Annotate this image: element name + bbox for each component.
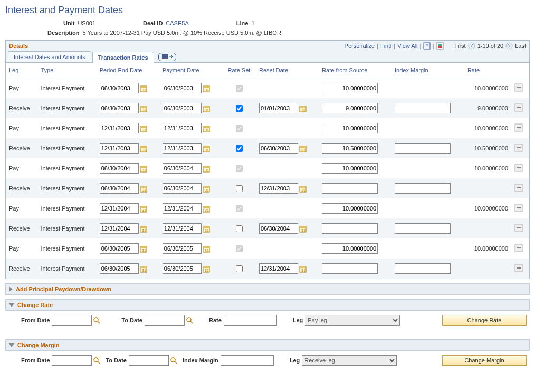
add-principal-section[interactable]: Add Principal Paydown/Drawdown	[5, 283, 530, 295]
from-source-input[interactable]	[322, 183, 378, 194]
calendar-icon[interactable]: 31	[299, 225, 307, 233]
reset-input[interactable]	[259, 263, 298, 274]
lookup-icon[interactable]	[93, 317, 100, 324]
lookup-icon[interactable]	[186, 317, 193, 324]
tab-interest-dates[interactable]: Interest Dates and Amounts	[8, 51, 91, 62]
col-margin[interactable]: Index Margin	[391, 63, 464, 78]
payment-input[interactable]	[163, 243, 202, 254]
change-margin-button[interactable]: Change Margin	[442, 355, 527, 366]
reset-input[interactable]	[259, 143, 298, 154]
calendar-icon[interactable]: 31	[203, 205, 210, 213]
period-end-input[interactable]	[100, 183, 139, 194]
payment-input[interactable]	[163, 83, 202, 93]
lookup-icon[interactable]	[170, 357, 177, 364]
calendar-icon[interactable]: 31	[203, 245, 210, 253]
calendar-icon[interactable]: 31	[203, 165, 210, 173]
reset-input[interactable]	[259, 223, 298, 234]
period-end-input[interactable]	[100, 243, 139, 254]
last-link[interactable]: Last	[515, 43, 526, 49]
delete-row-icon[interactable]	[514, 83, 523, 92]
calendar-icon[interactable]: 31	[299, 105, 307, 112]
margin-input[interactable]	[395, 263, 451, 274]
collapse-icon[interactable]	[9, 343, 14, 347]
period-end-input[interactable]	[100, 83, 139, 93]
from-source-input[interactable]	[322, 203, 378, 214]
calendar-icon[interactable]: 31	[140, 245, 147, 253]
col-type[interactable]: Type	[37, 63, 96, 78]
from-source-input[interactable]	[322, 223, 378, 234]
calendar-icon[interactable]: 31	[140, 165, 147, 173]
from-source-input[interactable]	[322, 83, 378, 93]
calendar-icon[interactable]: 31	[203, 265, 210, 273]
from-source-input[interactable]	[322, 143, 378, 154]
delete-row-icon[interactable]	[514, 103, 523, 112]
margin-input[interactable]	[395, 143, 451, 154]
find-link[interactable]: Find	[380, 43, 391, 49]
from-source-input[interactable]	[322, 103, 378, 113]
calendar-icon[interactable]: 31	[140, 105, 147, 112]
calendar-icon[interactable]: 31	[299, 265, 307, 273]
delete-row-icon[interactable]	[514, 224, 523, 232]
calendar-icon[interactable]: 31	[140, 265, 147, 273]
payment-input[interactable]	[163, 203, 202, 214]
calendar-icon[interactable]: 31	[140, 125, 147, 132]
payment-input[interactable]	[163, 163, 202, 174]
col-payment[interactable]: Payment Date	[159, 63, 222, 78]
margin-input[interactable]	[395, 183, 451, 194]
zoom-icon[interactable]	[423, 42, 431, 50]
from-source-input[interactable]	[322, 163, 378, 174]
calendar-icon[interactable]: 31	[203, 105, 210, 112]
payment-input[interactable]	[163, 183, 202, 194]
calendar-icon[interactable]: 31	[203, 125, 210, 132]
cm-margin-input[interactable]	[221, 355, 274, 366]
download-icon[interactable]	[436, 42, 444, 50]
rate-set-checkbox[interactable]	[236, 105, 243, 112]
payment-input[interactable]	[163, 143, 202, 154]
deal-link[interactable]: CASE5A	[166, 20, 188, 26]
delete-row-icon[interactable]	[514, 144, 523, 152]
delete-row-icon[interactable]	[514, 164, 523, 172]
reset-input[interactable]	[259, 183, 298, 194]
col-period-end[interactable]: Period End Date	[97, 63, 159, 78]
period-end-input[interactable]	[100, 103, 139, 113]
expand-icon[interactable]	[9, 286, 13, 292]
first-link[interactable]: First	[454, 43, 465, 49]
view-all-link[interactable]: View All	[397, 43, 417, 49]
calendar-icon[interactable]: 31	[140, 185, 147, 193]
delete-row-icon[interactable]	[514, 244, 523, 252]
col-reset[interactable]: Reset Date	[256, 63, 319, 78]
change-margin-section[interactable]: Change Margin	[5, 339, 530, 351]
cm-leg-select[interactable]: Receive leg	[302, 355, 397, 366]
payment-input[interactable]	[163, 123, 202, 133]
tab-transaction-rates[interactable]: Transaction Rates	[92, 52, 154, 63]
calendar-icon[interactable]: 31	[140, 225, 147, 233]
cr-leg-select[interactable]: Pay leg	[305, 315, 400, 326]
delete-row-icon[interactable]	[514, 123, 523, 132]
period-end-input[interactable]	[100, 123, 139, 133]
from-source-input[interactable]	[322, 243, 378, 254]
prev-icon[interactable]	[468, 42, 475, 50]
period-end-input[interactable]	[100, 203, 139, 214]
period-end-input[interactable]	[100, 263, 139, 274]
col-rate[interactable]: Rate	[464, 63, 511, 78]
col-leg[interactable]: Leg	[6, 63, 37, 78]
payment-input[interactable]	[163, 223, 202, 234]
calendar-icon[interactable]: 31	[140, 205, 147, 213]
cm-from-input[interactable]	[52, 355, 92, 366]
next-icon[interactable]	[505, 42, 513, 50]
change-rate-section[interactable]: Change Rate	[5, 299, 530, 311]
calendar-icon[interactable]: 31	[203, 185, 210, 193]
from-source-input[interactable]	[322, 263, 378, 274]
period-end-input[interactable]	[100, 223, 139, 234]
rate-set-checkbox[interactable]	[236, 145, 243, 152]
delete-row-icon[interactable]	[514, 264, 523, 272]
calendar-icon[interactable]: 31	[203, 85, 210, 92]
calendar-icon[interactable]: 31	[140, 145, 147, 152]
calendar-icon[interactable]: 31	[203, 225, 210, 233]
rate-set-checkbox[interactable]	[236, 265, 243, 272]
personalize-link[interactable]: Personalize	[345, 43, 375, 49]
collapse-icon[interactable]	[9, 303, 14, 307]
delete-row-icon[interactable]	[514, 204, 523, 212]
rate-set-checkbox[interactable]	[236, 185, 243, 192]
delete-row-icon[interactable]	[514, 184, 523, 192]
